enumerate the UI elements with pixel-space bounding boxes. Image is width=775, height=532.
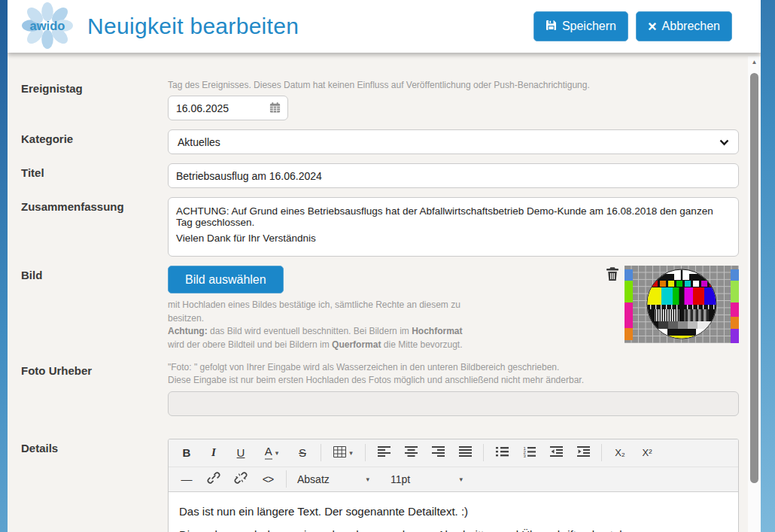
cancel-button-label: Abbrechen	[662, 20, 720, 33]
news-image-testcard	[625, 266, 739, 343]
source-code-button[interactable]: <>	[254, 469, 281, 490]
numbered-list-icon: 123	[523, 446, 536, 460]
font-size-dropdown[interactable]: 11pt ▾	[384, 469, 469, 490]
delete-image-button[interactable]	[606, 266, 619, 284]
app-header: awido Neuigkeit bearbeiten Speichern	[8, 0, 761, 53]
italic-button[interactable]: I	[200, 442, 227, 464]
save-button[interactable]: Speichern	[533, 11, 628, 41]
details-editor: B I U A ▾ S ▾	[168, 439, 739, 532]
align-left-icon	[378, 446, 391, 459]
cancel-button[interactable]: × Abbrechen	[636, 11, 732, 41]
awido-logo-text: awido	[30, 19, 65, 32]
label-foto-urheber: Foto Urheber	[21, 361, 168, 416]
dropdown-arrow-icon: ▾	[349, 449, 353, 457]
align-right-button[interactable]	[424, 442, 451, 464]
paragraph-format-dropdown[interactable]: Absatz ▾	[291, 469, 375, 490]
outdent-icon	[550, 446, 563, 459]
scrollbar: ▲	[748, 56, 761, 532]
bold-button[interactable]: B	[173, 442, 200, 464]
toolbar-separator	[286, 470, 287, 488]
strikethrough-button[interactable]: S	[289, 442, 316, 464]
kategorie-selected-value: Aktuelles	[178, 136, 220, 148]
toolbar-separator	[483, 444, 484, 461]
underline-button[interactable]: U	[227, 442, 254, 464]
row-details: Details B I U A ▾ S	[21, 439, 761, 532]
insert-link-button[interactable]	[200, 469, 227, 490]
scrollbar-thumb[interactable]	[750, 73, 758, 483]
row-foto-urheber: Foto Urheber "Foto: " gefolgt von Ihrer …	[21, 361, 761, 416]
dropdown-arrow-icon: ▾	[366, 476, 369, 483]
indent-icon	[577, 446, 590, 459]
cancel-icon: ×	[648, 19, 657, 34]
bullet-list-icon	[496, 446, 509, 459]
page-title: Neuigkeit bearbeiten	[87, 14, 299, 39]
chevron-down-icon	[719, 136, 729, 148]
awido-logo: awido	[18, 1, 77, 53]
align-center-button[interactable]	[397, 442, 424, 464]
align-left-button[interactable]	[370, 442, 397, 464]
label-zusammenfassung: Zusammenfassung	[21, 197, 168, 257]
awido-logo-flower: awido	[18, 1, 77, 50]
save-icon	[546, 20, 557, 34]
dropdown-arrow-icon: ▾	[459, 476, 463, 483]
font-size-value: 11pt	[391, 473, 410, 485]
label-ereignistag: Ereignistag	[21, 79, 168, 120]
paragraph-format-value: Absatz	[297, 473, 330, 485]
details-paragraph: Dieser kann sehr lang sein und auch aus …	[179, 528, 728, 532]
edit-form: Ereignistag Tag des Ereignisses. Dieses …	[8, 53, 761, 532]
numbered-list-button[interactable]: 123	[515, 442, 542, 464]
toolbar-separator	[601, 444, 602, 461]
foto-urheber-input[interactable]	[168, 391, 739, 416]
table-icon	[333, 446, 346, 460]
editor-toolbar-row2: — <> Absatz ▾	[169, 467, 738, 492]
row-ereignistag: Ereignistag Tag des Ereignisses. Dieses …	[21, 79, 761, 120]
row-titel: Titel	[21, 163, 761, 188]
save-button-label: Speichern	[562, 20, 616, 33]
svg-text:3: 3	[523, 454, 526, 458]
label-bild: Bild	[21, 266, 168, 355]
help-ereignistag: Tag des Ereignisses. Dieses Datum hat ke…	[168, 79, 739, 92]
ereignistag-date-input[interactable]	[168, 96, 288, 120]
trash-icon	[606, 272, 619, 284]
toolbar-separator	[365, 444, 366, 461]
kategorie-select[interactable]: Aktuelles	[168, 129, 739, 154]
help-foto-urheber: "Foto: " gefolgt von Ihrer Eingabe wird …	[168, 361, 739, 388]
row-zusammenfassung: Zusammenfassung ACHTUNG: Auf Grund eines…	[21, 197, 761, 257]
toolbar-separator	[321, 444, 321, 461]
link-icon	[207, 472, 220, 486]
align-right-icon	[432, 446, 445, 459]
superscript-button[interactable]: X²	[634, 442, 661, 464]
scrollbar-up-arrow[interactable]: ▲	[748, 56, 761, 68]
align-justify-button[interactable]	[451, 442, 479, 464]
main-panel: awido Neuigkeit bearbeiten Speichern	[8, 0, 761, 532]
bild-help-text: mit Hochladen eines Bildes bestätige ich…	[168, 299, 463, 351]
table-button[interactable]: ▾	[326, 442, 360, 464]
zusammenfassung-line: Vielen Dank für Ihr Verständnis	[176, 233, 731, 244]
remove-link-button[interactable]	[227, 469, 254, 490]
editor-toolbar-row1: B I U A ▾ S ▾	[169, 439, 738, 467]
horizontal-rule-button[interactable]: —	[173, 469, 200, 490]
label-kategorie: Kategorie	[21, 129, 168, 154]
row-kategorie: Kategorie Aktuelles	[21, 129, 761, 154]
details-editor-body[interactable]: Das ist nun ein längere Text. Der sogena…	[169, 492, 738, 532]
subscript-button[interactable]: X₂	[606, 442, 634, 464]
bullet-list-button[interactable]	[488, 442, 515, 464]
zusammenfassung-line: ACHTUNG: Auf Grund eines Betriebsausflug…	[176, 205, 731, 228]
bild-auswaehlen-button[interactable]: Bild auswählen	[168, 266, 284, 293]
zusammenfassung-textarea[interactable]: ACHTUNG: Auf Grund eines Betriebsausflug…	[168, 197, 739, 257]
align-justify-icon	[459, 446, 472, 459]
titel-input[interactable]	[168, 163, 739, 188]
details-paragraph: Das ist nun ein längere Text. Der sogena…	[179, 505, 728, 518]
dropdown-arrow-icon: ▾	[275, 449, 279, 457]
header-actions: Speichern × Abbrechen	[533, 11, 732, 41]
unlink-icon	[234, 472, 248, 486]
indent-button[interactable]	[570, 442, 597, 464]
outdent-button[interactable]	[542, 442, 570, 464]
row-bild: Bild Bild auswählen mit Hochladen eines …	[21, 266, 761, 355]
align-center-icon	[405, 446, 418, 459]
label-details: Details	[21, 439, 168, 532]
label-titel: Titel	[21, 163, 168, 188]
text-color-button[interactable]: A ▾	[254, 442, 289, 464]
